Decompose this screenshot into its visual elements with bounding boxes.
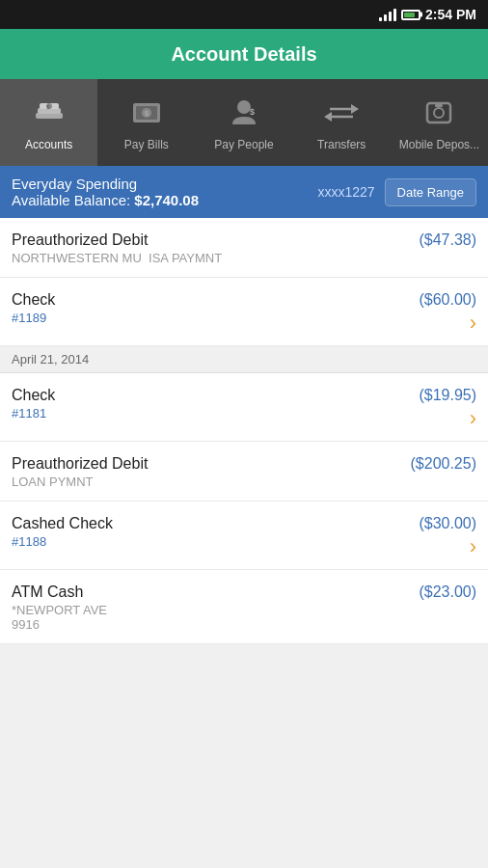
tab-accounts[interactable]: $ Accounts (0, 79, 97, 166)
account-info: Everyday Spending Available Balance: $2,… (12, 176, 199, 208)
transaction-right: ($60.00) › (419, 291, 476, 334)
status-bar: 2:54 PM (0, 0, 488, 29)
transaction-right: ($200.25) (411, 455, 477, 473)
svg-text:$: $ (46, 104, 49, 110)
transaction-right: ($47.38) (419, 231, 476, 249)
transaction-amount: ($19.95) (419, 387, 476, 404)
transaction-check-link[interactable]: #1181 (12, 406, 55, 420)
transaction-right: ($30.00) › (419, 515, 476, 557)
table-row: Cashed Check #1188 ($30.00) › (0, 502, 488, 570)
transaction-sub: LOAN PYMNT (12, 475, 148, 489)
svg-marker-11 (351, 104, 359, 114)
transaction-name: Cashed Check (12, 515, 113, 532)
transaction-name: Preauthorized Debit (12, 231, 222, 249)
date-separator: April 21, 2014 (0, 346, 488, 373)
balance-label: Available Balance: (12, 192, 130, 208)
transaction-left: Preauthorized Debit NORTHWESTERN MU ISA … (12, 231, 222, 265)
svg-text:$: $ (250, 107, 255, 117)
account-name: Everyday Spending (12, 176, 199, 192)
transaction-name: Check (12, 291, 55, 309)
transaction-amount: ($47.38) (419, 231, 476, 249)
account-balance-line: Available Balance: $2,740.08 (12, 192, 199, 208)
battery-icon (401, 10, 420, 20)
balance-amount: $2,740.08 (134, 192, 199, 208)
pay-people-icon: $ (225, 94, 263, 132)
transaction-left: Check #1181 (12, 387, 55, 420)
pay-bills-icon: $ (127, 94, 166, 132)
tab-pay-people-label: Pay People (214, 138, 273, 151)
tab-mobile-deposit-label: Mobile Depos... (399, 138, 479, 151)
nav-tabs: $ Accounts $ Pay Bills $ Pay People (0, 79, 488, 166)
status-icons: 2:54 PM (379, 7, 476, 22)
table-row: Check #1181 ($19.95) › (0, 373, 488, 442)
transaction-name: Preauthorized Debit (12, 455, 148, 473)
table-row: ATM Cash *NEWPORT AVE9916 ($23.00) (0, 570, 488, 644)
transaction-amount: ($200.25) (411, 455, 477, 473)
tab-pay-bills-label: Pay Bills (124, 138, 169, 151)
transaction-amount: ($30.00) (419, 515, 476, 532)
svg-point-9 (237, 100, 251, 114)
chevron-right-icon: › (470, 312, 476, 334)
status-time: 2:54 PM (425, 7, 476, 22)
transaction-amount: ($60.00) (419, 291, 476, 309)
tab-mobile-deposit[interactable]: Mobile Depos... (391, 79, 488, 166)
mobile-deposit-icon (420, 94, 458, 132)
date-range-button[interactable]: Date Range (385, 178, 476, 206)
transaction-right: ($19.95) › (419, 387, 476, 429)
transaction-check-link[interactable]: #1188 (12, 534, 113, 549)
svg-marker-12 (324, 112, 332, 122)
svg-rect-15 (435, 104, 443, 107)
page-title: Account Details (171, 43, 316, 66)
tab-accounts-label: Accounts (25, 138, 72, 151)
table-row: Check #1189 ($60.00) › (0, 278, 488, 346)
chevron-right-icon: › (470, 408, 476, 429)
transaction-left: ATM Cash *NEWPORT AVE9916 (12, 583, 107, 632)
transaction-name: ATM Cash (12, 583, 107, 601)
transaction-amount: ($23.00) (419, 583, 476, 601)
account-number: xxxx1227 (317, 184, 374, 200)
table-row: Preauthorized Debit NORTHWESTERN MU ISA … (0, 218, 488, 278)
transaction-left: Check #1189 (12, 291, 55, 325)
svg-text:$: $ (145, 109, 149, 118)
transaction-name: Check (12, 387, 55, 404)
signal-strength-icon (379, 8, 396, 21)
transaction-sub: NORTHWESTERN MU ISA PAYMNT (12, 251, 222, 265)
transaction-right: ($23.00) (419, 583, 476, 601)
transaction-check-link[interactable]: #1189 (12, 311, 55, 325)
transaction-left: Cashed Check #1188 (12, 515, 113, 549)
app-header: Account Details (0, 29, 488, 79)
tab-transfers[interactable]: Transfers (293, 79, 391, 166)
svg-point-14 (434, 108, 444, 118)
transfers-icon (322, 94, 361, 132)
transaction-list: Preauthorized Debit NORTHWESTERN MU ISA … (0, 218, 488, 644)
transaction-sub: *NEWPORT AVE9916 (12, 603, 107, 632)
chevron-right-icon: › (470, 536, 476, 557)
account-right: xxxx1227 Date Range (317, 178, 476, 206)
table-row: Preauthorized Debit LOAN PYMNT ($200.25) (0, 442, 488, 502)
tab-pay-bills[interactable]: $ Pay Bills (97, 79, 195, 166)
tab-transfers-label: Transfers (317, 138, 366, 151)
transaction-left: Preauthorized Debit LOAN PYMNT (12, 455, 148, 489)
account-summary: Everyday Spending Available Balance: $2,… (0, 166, 488, 218)
accounts-icon: $ (30, 94, 68, 132)
tab-pay-people[interactable]: $ Pay People (195, 79, 292, 166)
